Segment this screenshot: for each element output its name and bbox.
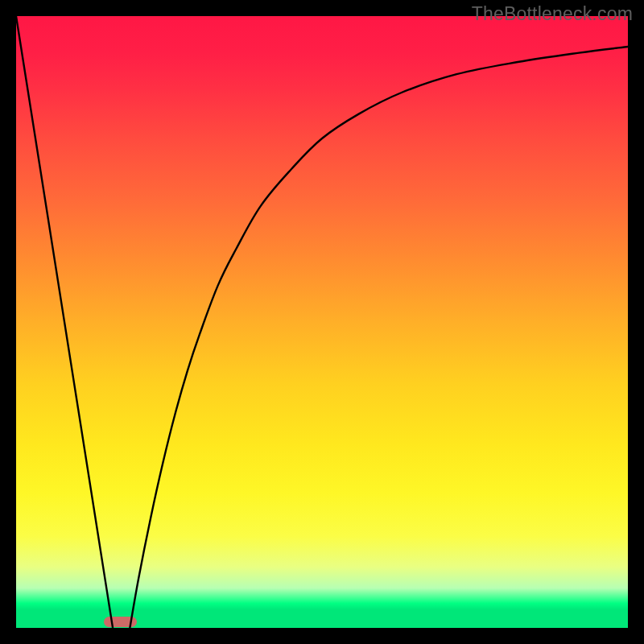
watermark-text: TheBottleneck.com: [472, 3, 633, 25]
plot-area: [16, 16, 628, 628]
chart-frame: TheBottleneck.com: [0, 0, 644, 644]
right-growth-curve: [130, 47, 628, 628]
left-slope-curve: [16, 16, 113, 628]
curve-layer: [16, 16, 628, 628]
